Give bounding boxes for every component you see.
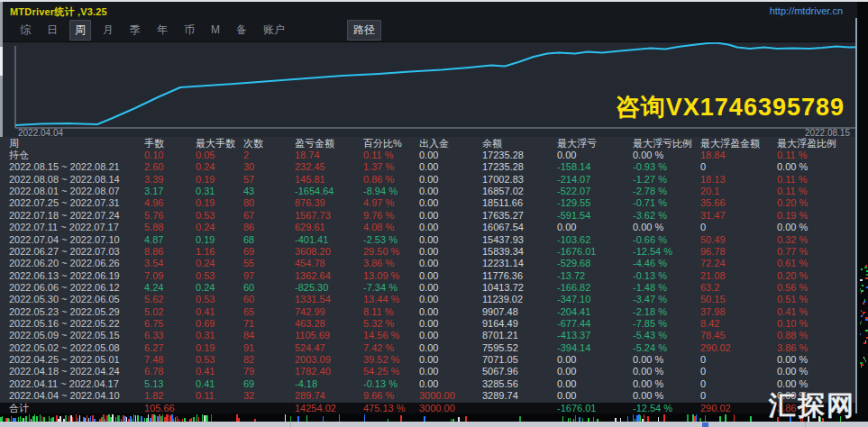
table-cell: 21.08 [700,270,777,282]
table-cell: -1676.01 [557,246,633,258]
table-row[interactable]: 2022.07.25 ~ 2022.07.314.960.1980876.394… [0,197,857,209]
table-cell: 15437.93 [482,234,557,246]
table-cell: 50.15 [700,294,777,305]
noise-mark [633,414,634,422]
table-cell: 7071.05 [482,354,557,366]
table-cell: -1676.01 [557,403,633,414]
table-row[interactable]: 2022.05.30 ~ 2022.06.055.620.53601331.54… [0,294,857,305]
noise-mark [725,414,726,422]
table-cell[interactable]: 最大浮盈金额 [700,137,777,150]
table-cell: 20.1 [700,186,777,197]
table-cell: 0.00 [419,306,482,318]
table-row[interactable]: 2022.04.25 ~ 2022.05.017.480.53822003.09… [0,354,857,366]
table-row[interactable]: 2022.05.23 ~ 2022.05.295.020.4165742.998… [0,306,857,318]
menu-item-综[interactable]: 综 [15,21,35,40]
table-cell[interactable]: 盈亏金额 [295,137,363,150]
table-row[interactable]: 2022.06.20 ~ 2022.06.263.540.2455454.783… [0,258,857,269]
table-cell: 4.87 [144,234,196,246]
noise-mark [133,414,134,422]
table-row[interactable]: 2022.06.13 ~ 2022.06.197.090.53971362.64… [0,270,857,282]
table-cell: 0.00 [419,161,482,173]
table-cell[interactable]: 周 [9,137,144,150]
table-cell: -522.07 [557,186,633,197]
table-cell: 3285.56 [482,378,557,390]
noise-mark [285,414,286,422]
table-cell: 37.98 [700,306,777,318]
table-row[interactable]: 2022.04.18 ~ 2022.04.246.780.41791782.40… [0,366,857,377]
site-link[interactable]: http://mtdriver.cn [770,5,843,16]
table-cell[interactable]: 最大浮盈比例 [777,137,857,150]
table-row[interactable]: 2022.06.27 ~ 2022.07.038.861.16693608.20… [0,246,857,258]
menu-item-季[interactable]: 季 [125,21,145,40]
menu-item-月[interactable]: 月 [98,21,118,40]
table-cell[interactable]: 最大浮亏比例 [633,137,700,150]
table-row[interactable]: 2022.05.02 ~ 2022.05.086.270.1991524.477… [0,342,857,354]
path-button[interactable]: 路径 [347,20,381,41]
table-cell: -3.62 % [633,210,700,222]
menu-item-M[interactable]: M [206,22,224,38]
table-cell: 0.19 [196,174,243,186]
table-row[interactable]: 持仓0.100.05218.740.11 %0.0017235.280.000.… [0,150,857,161]
noise-mark [148,414,149,422]
table-cell: -5.24 % [633,342,700,354]
table-cell: 0.19 [196,234,243,246]
noise-mark [861,321,862,323]
table-cell: -12.54 % [633,246,700,258]
table-cell: -12.54 % [633,403,700,414]
noise-mark [861,315,863,317]
table-cell: -8.94 % [363,186,419,197]
menu-item-账户[interactable]: 账户 [259,21,289,40]
table-cell: 475.13 % [363,403,419,414]
menu-item-备[interactable]: 备 [232,21,251,40]
table-cell[interactable]: 最大浮亏 [557,137,633,150]
noise-mark [400,415,402,422]
menu-item-币[interactable]: 币 [179,21,199,40]
noise-mark [687,414,689,422]
table-cell[interactable]: 余额 [482,137,557,150]
table-cell: 0.20 % [777,197,857,209]
table-cell: 39.52 % [363,354,419,366]
table-cell: -3.47 % [633,294,700,305]
table-cell: 0.61 % [777,258,857,269]
table-cell: 54.25 % [363,366,419,377]
table-row[interactable]: 2022.04.11 ~ 2022.04.175.130.4169-4.18-0… [0,378,857,390]
table-cell[interactable]: 次数 [243,137,295,150]
table-cell: 0.00 % [633,366,700,377]
table-row[interactable]: 2022.07.18 ~ 2022.07.245.760.53671567.73… [0,210,857,222]
table-row[interactable]: 2022.05.16 ~ 2022.05.226.750.6971463.285… [0,318,857,330]
menu-item-周[interactable]: 周 [69,20,91,41]
table-cell: 79 [243,366,295,377]
table-cell: -413.37 [557,330,633,341]
noise-mark [860,279,863,281]
table-total-row[interactable]: 合计105.6614254.02475.13 %3000.00-1676.01-… [0,403,857,414]
table-row[interactable]: 2022.08.15 ~ 2022.08.212.600.2430232.451… [0,161,857,173]
table-row[interactable]: 2022.08.01 ~ 2022.08.073.170.3143-1654.6… [0,186,857,197]
noise-mark [863,303,864,304]
menu-item-日[interactable]: 日 [42,21,62,40]
table-cell[interactable]: 手数 [144,137,196,150]
noise-mark [663,414,665,422]
table-cell[interactable]: 最大手数 [196,137,243,150]
table-cell: 3000.00 [419,403,482,414]
equity-curve-svg [3,42,857,138]
table-row[interactable]: 2022.07.04 ~ 2022.07.104.870.1968-401.41… [0,234,857,246]
table-row[interactable]: 2022.04.04 ~ 2022.04.101.820.1132289.749… [0,390,857,402]
noise-mark [137,415,139,422]
table-cell: 2022.04.11 ~ 2022.04.17 [9,378,144,390]
table-row[interactable]: 2022.05.09 ~ 2022.05.156.330.31841105.69… [0,330,857,341]
table-row[interactable]: 2022.06.06 ~ 2022.06.124.240.2460-825.30… [0,282,857,294]
table-cell: 31.47 [700,210,777,222]
table-row[interactable]: 2022.08.08 ~ 2022.08.143.390.1957145.810… [0,174,857,186]
table-cell: 97 [243,270,295,282]
table-cell: 2022.07.25 ~ 2022.07.31 [9,197,144,209]
noise-mark [76,414,77,422]
menu-item-年[interactable]: 年 [152,21,172,40]
table-cell: 0.20 % [777,270,857,282]
table-cell: 4.97 % [363,197,419,209]
table-row[interactable]: 2022.07.11 ~ 2022.07.175.880.2486629.614… [0,222,857,233]
table-cell: 17635.27 [482,210,557,222]
table-cell[interactable]: 出入金 [419,137,482,150]
table-cell[interactable]: 百分比% [363,137,419,150]
noise-mark [34,414,35,422]
table-cell: 0.31 [196,330,243,341]
